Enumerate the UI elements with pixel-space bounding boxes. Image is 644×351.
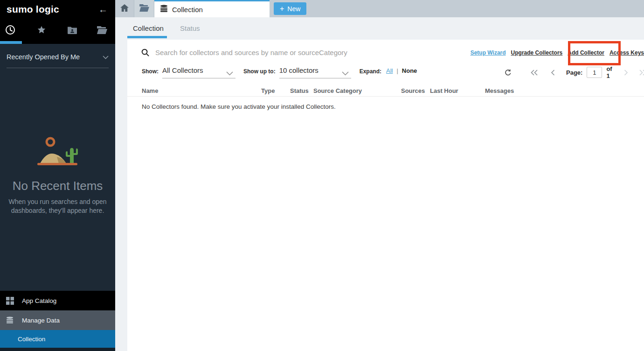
app-catalog-label: App Catalog	[22, 297, 56, 304]
sidebar-bottom-strip	[0, 348, 115, 351]
column-header-sources[interactable]: Sources	[401, 87, 430, 94]
sidebar-item-app-catalog[interactable]: App Catalog	[0, 291, 115, 310]
plus-icon: +	[280, 5, 284, 13]
no-recent-items-description: When you run searches and open dashboard…	[0, 197, 115, 215]
collectors-table-header: Name Type Status Source Category Sources…	[127, 85, 644, 97]
page-number-input[interactable]	[587, 67, 602, 78]
column-header-status[interactable]: Status	[290, 87, 313, 94]
library-folder-icon[interactable]	[97, 26, 107, 36]
expand-all-link[interactable]: All	[386, 66, 393, 74]
content-left-gutter	[115, 40, 127, 351]
subtab-collection[interactable]: Collection	[133, 24, 164, 32]
column-header-source-category[interactable]: Source Category	[313, 87, 401, 94]
sidebar-item-manage-data[interactable]: Manage Data	[0, 310, 115, 330]
column-header-type[interactable]: Type	[261, 87, 290, 94]
next-page-icon-disabled[interactable]	[624, 70, 628, 76]
sumo-logic-logo: sumo logic	[7, 4, 59, 15]
subtab-status[interactable]: Status	[180, 24, 200, 32]
sub-tab-bar: Collection Status	[115, 17, 644, 40]
collection-database-icon	[160, 5, 168, 14]
sidebar-item-collection-active[interactable]: Collection	[0, 330, 115, 348]
add-collector-link[interactable]: Add Collector	[568, 49, 604, 56]
expand-none-option[interactable]: None	[402, 66, 417, 74]
recent-clock-icon[interactable]	[5, 25, 15, 37]
recently-opened-label: Recently Opened By Me	[7, 53, 80, 61]
filter-bar: Show: All Collectors Show up to: 10 coll…	[142, 66, 417, 78]
sun-icon	[47, 138, 54, 146]
library-tab-button[interactable]	[134, 0, 154, 17]
collection-content: Setup Wizard Upgrade Collectors Add Coll…	[115, 40, 644, 351]
first-page-icon[interactable]	[530, 70, 538, 76]
active-subtab-underline	[127, 36, 167, 38]
no-collectors-message: No Collectors found. Make sure you activ…	[142, 103, 336, 110]
sidebar-bottom-nav: App Catalog Manage Data Collection	[0, 291, 115, 351]
tab-collection-active[interactable]: Collection	[154, 0, 270, 17]
chevron-down-icon	[342, 69, 349, 77]
chevron-down-icon	[226, 69, 233, 77]
active-section-indicator	[0, 41, 22, 44]
chevron-down-icon	[103, 53, 109, 61]
home-icon	[120, 4, 129, 14]
personal-folder-icon[interactable]	[68, 26, 77, 36]
show-up-to-dropdown[interactable]: 10 collectors	[279, 66, 351, 78]
search-input[interactable]	[155, 46, 444, 58]
favorites-star-icon[interactable]	[37, 25, 46, 36]
sumo-logic-app: { "app": { "logo_text": "sumo logic" }, …	[0, 0, 644, 351]
pagination-bar: Page: of 1	[505, 66, 644, 79]
previous-page-icon[interactable]	[551, 70, 555, 76]
access-keys-link[interactable]: Access Keys	[609, 49, 644, 56]
no-recent-items-title: No Recent Items	[0, 179, 115, 193]
setup-wizard-link[interactable]: Setup Wizard	[471, 49, 506, 56]
search-icon	[141, 49, 149, 58]
column-header-name[interactable]: Name	[142, 87, 261, 94]
database-icon	[6, 316, 18, 324]
sidebar-header: sumo logic ←	[0, 0, 115, 44]
show-label: Show:	[142, 66, 159, 75]
top-tab-bar: Collection + New	[115, 0, 644, 17]
column-header-messages[interactable]: Messages	[485, 87, 644, 94]
expand-label: Expand:	[360, 66, 381, 75]
show-up-to-label: Show up to:	[243, 66, 276, 75]
page-count-label: of 1	[606, 65, 612, 79]
home-tab-button[interactable]	[115, 0, 134, 17]
expand-divider: |	[396, 66, 398, 74]
column-header-last-hour[interactable]: Last Hour	[430, 87, 485, 94]
collection-nav-label: Collection	[18, 336, 45, 343]
ground-shape	[37, 163, 77, 165]
collector-action-links: Setup Wizard Upgrade Collectors Add Coll…	[471, 49, 644, 56]
folder-icon	[139, 4, 149, 14]
sidebar: sumo logic ← Recently Opened By Me	[0, 0, 115, 351]
manage-data-label: Manage Data	[22, 317, 60, 324]
collapse-sidebar-icon[interactable]: ←	[98, 5, 108, 14]
new-button-label: New	[287, 5, 300, 13]
upgrade-collectors-link[interactable]: Upgrade Collectors	[511, 49, 563, 56]
refresh-icon[interactable]	[505, 69, 512, 76]
desert-empty-illustration	[0, 134, 115, 167]
recently-opened-dropdown[interactable]: Recently Opened By Me	[7, 53, 109, 68]
page-label: Page:	[566, 69, 582, 76]
app-grid-icon	[6, 297, 18, 305]
show-collectors-dropdown[interactable]: All Collectors	[162, 66, 235, 78]
new-tab-button[interactable]: + New	[274, 2, 306, 15]
last-page-icon-disabled[interactable]	[639, 70, 644, 76]
main-area: Collection + New Collection Status Setup…	[115, 0, 644, 351]
tab-collection-label: Collection	[172, 6, 203, 14]
cactus-shape	[70, 148, 74, 163]
